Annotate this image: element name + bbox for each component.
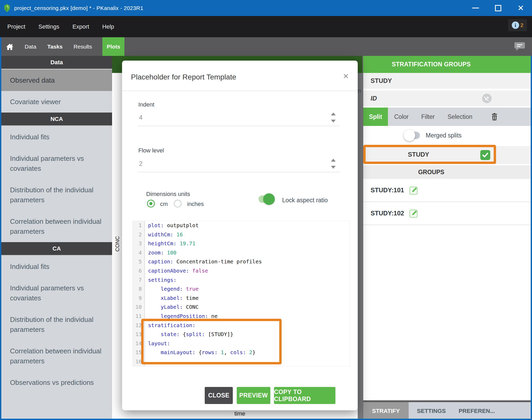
group-row-study-102[interactable]: STUDY:102 — [363, 202, 531, 225]
covariate-row-study[interactable]: STUDY — [363, 73, 531, 89]
sidebar-item-individual-fits[interactable]: Individual fits — [1, 126, 112, 148]
sidebar-item-individual-fits[interactable]: Individual fits — [1, 256, 112, 277]
tab-bar-items: DataTasksResultsPlots — [14, 37, 124, 56]
sidebar-section-header-data: Data — [1, 56, 112, 70]
workspace-scrollbar[interactable] — [358, 73, 362, 419]
plot-x-axis-label: time — [234, 410, 245, 417]
code-text: caption: Concentration-time profiles — [145, 257, 262, 266]
sidebar-item-distribution-of-the-individual-parameters[interactable]: Distribution of the individual parameter… — [1, 309, 112, 340]
code-token — [148, 286, 161, 292]
code-token: time — [183, 295, 198, 301]
radio-inches[interactable] — [174, 200, 182, 208]
code-line: 8 legend: true — [133, 284, 350, 294]
code-line: 1plot: outputplot — [133, 221, 350, 230]
lock-aspect-ratio-label: Lock aspect ratio — [282, 197, 328, 204]
sidebar: DataObserved dataCovariate viewerNCAIndi… — [1, 56, 112, 420]
line-number: 9 — [133, 294, 145, 303]
indent-step-down-icon[interactable] — [331, 120, 336, 123]
menu-item-export[interactable]: Export — [72, 23, 89, 30]
notifications-badge[interactable]: i 2 — [508, 19, 527, 31]
preview-button[interactable]: PREVIEW — [237, 387, 270, 404]
minimize-button[interactable] — [464, 0, 487, 16]
covariate-row-id[interactable]: ID — [363, 91, 531, 106]
home-icon[interactable] — [6, 43, 14, 51]
stratify-tab-selection[interactable]: Selection — [447, 113, 472, 120]
radio-cm-label: cm — [160, 201, 168, 208]
tab-results[interactable]: Results — [73, 44, 92, 50]
menu-item-project[interactable]: Project — [7, 23, 25, 30]
pkanalix-window: project_censoring.pkx [demo] * - PKanali… — [0, 0, 532, 420]
window-border-left — [0, 37, 1, 420]
flow-level-stepper[interactable] — [331, 159, 336, 172]
indent-step-up-icon[interactable] — [331, 113, 336, 115]
indent-stepper[interactable] — [331, 113, 336, 126]
code-text: zoom: 100 — [145, 248, 176, 257]
code-text: widthCm: 16 — [145, 230, 183, 239]
footer-tab-preferen[interactable]: PREFEREN... — [454, 402, 499, 420]
line-number: 6 — [133, 266, 145, 275]
footer-tab-stratify[interactable]: STRATIFY — [363, 402, 409, 420]
line-number: 4 — [133, 248, 145, 257]
flow-level-step-down-icon[interactable] — [331, 166, 336, 169]
stratify-tab-filter[interactable]: Filter — [421, 113, 435, 120]
copy-to-clipboard-button[interactable]: COPY TO CLIPBOARD — [274, 387, 335, 404]
flow-level-value[interactable]: 2 — [139, 160, 143, 167]
code-token: 100 — [164, 249, 176, 256]
code-token: settings: — [148, 277, 176, 283]
edit-pencil-icon[interactable] — [409, 185, 419, 195]
chat-bubble-icon[interactable] — [514, 41, 525, 52]
app-logo-icon — [4, 4, 10, 13]
panel-footer-tabs: STRATIFYSETTINGSPREFEREN... — [363, 400, 531, 420]
sidebar-item-distribution-of-the-individual-parameters[interactable]: Distribution of the individual parameter… — [1, 179, 112, 211]
indent-value[interactable]: 4 — [139, 114, 143, 121]
close-button[interactable]: CLOSE — [205, 387, 233, 404]
sidebar-item-correlation-between-individual-parameters[interactable]: Correlation between individual parameter… — [1, 340, 112, 372]
menu-item-settings[interactable]: Settings — [38, 23, 59, 30]
code-line: 2widthCm: 16 — [133, 230, 350, 239]
sidebar-item-correlation-between-individual-parameters[interactable]: Correlation between individual parameter… — [1, 211, 112, 242]
sidebar-item-observations-vs-predictions[interactable]: Observations vs predictions — [1, 372, 112, 393]
sidebar-section-header-ca: CA — [1, 242, 112, 256]
annotation-rect-study-split — [363, 145, 496, 164]
maximize-button[interactable] — [487, 0, 509, 16]
stratify-tab-split[interactable]: Split — [363, 108, 388, 126]
tab-data[interactable]: Data — [25, 44, 36, 50]
trash-icon[interactable] — [491, 113, 498, 121]
code-token: 19.71 — [176, 240, 195, 247]
clipped-text-fragment: n — [358, 87, 361, 94]
title-bar: project_censoring.pkx [demo] * - PKanali… — [0, 0, 532, 16]
modal-close-button[interactable]: ✕ — [343, 72, 349, 80]
flow-level-step-up-icon[interactable] — [331, 159, 336, 162]
line-number: 5 — [133, 257, 145, 266]
window-border-bottom — [0, 419, 532, 420]
edit-pencil-icon[interactable] — [409, 208, 419, 218]
annotation-rect-stratification-code — [141, 319, 282, 364]
merged-splits-row: Merged splits — [363, 126, 531, 145]
code-token: true — [183, 286, 198, 292]
sidebar-item-covariate-viewer[interactable]: Covariate viewer — [1, 91, 112, 113]
tab-tasks[interactable]: Tasks — [47, 44, 62, 50]
stratify-tab-color[interactable]: Color — [394, 113, 409, 120]
code-line: 10 yLabel: CONC — [133, 302, 350, 312]
tab-plots[interactable]: Plots — [102, 37, 124, 56]
sidebar-item-observed-data[interactable]: Observed data — [1, 70, 112, 91]
close-window-button[interactable]: ✕ — [509, 0, 532, 16]
group-row-study-101[interactable]: STUDY:101 — [363, 179, 531, 202]
code-text: plot: outputplot — [145, 221, 199, 230]
code-token — [148, 304, 161, 310]
group-label: STUDY:101 — [371, 187, 404, 194]
lock-aspect-ratio-toggle[interactable] — [259, 195, 274, 203]
footer-tab-settings[interactable]: SETTINGS — [409, 402, 454, 420]
window-border-right — [531, 56, 532, 420]
radio-cm[interactable] — [147, 200, 155, 208]
code-token: captionAbove: — [148, 268, 189, 274]
main-tab-bar: DataTasksResultsPlots — [0, 37, 532, 56]
sidebar-item-individual-parameters-vs-covariates[interactable]: Individual parameters vs covariates — [1, 148, 112, 179]
menu-item-help[interactable]: Help — [102, 23, 114, 30]
line-number: 8 — [133, 284, 145, 294]
merged-splits-toggle[interactable] — [405, 132, 420, 139]
stratification-groups-header: STRATIFICATION GROUPS — [363, 56, 531, 73]
code-token: outputplot — [164, 222, 198, 228]
sidebar-item-individual-parameters-vs-covariates[interactable]: Individual parameters vs covariates — [1, 277, 112, 309]
code-token — [148, 313, 161, 319]
